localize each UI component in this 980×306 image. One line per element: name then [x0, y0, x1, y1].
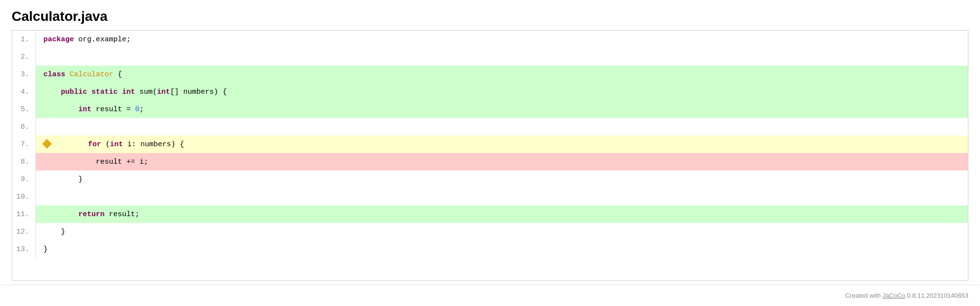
line-number: 10.	[12, 188, 35, 205]
table-row: 12. }	[12, 223, 968, 240]
table-row: 6.	[12, 118, 968, 136]
line-code: package org.example;	[35, 31, 968, 48]
line-number: 2.	[12, 48, 35, 66]
line-number: 13.	[12, 240, 35, 258]
line-number: 9.	[12, 170, 35, 188]
page-title: Calculator.java	[0, 0, 980, 30]
table-row: 10.	[12, 188, 968, 205]
line-code	[35, 48, 968, 66]
line-number: 5.	[12, 101, 35, 118]
code-container: 1.package org.example;2.3.class Calculat…	[12, 30, 968, 281]
line-code: return result;	[35, 205, 968, 223]
table-row: 13.}	[12, 240, 968, 258]
table-row: 8. result += i;	[12, 153, 968, 170]
line-code: class Calculator {	[35, 66, 968, 83]
jacoco-link[interactable]: JaCoCo	[882, 292, 905, 299]
line-number: 7.	[12, 136, 35, 153]
table-row: 1.package org.example;	[12, 31, 968, 48]
line-number: 6.	[12, 118, 35, 136]
table-row: 9. }	[12, 170, 968, 188]
line-code	[35, 118, 968, 136]
line-number: 12.	[12, 223, 35, 240]
line-code: public static int sum(int[] numbers) {	[35, 83, 968, 101]
line-code: for (int i: numbers) {	[35, 136, 968, 153]
line-code: }	[35, 223, 968, 240]
diamond-icon	[42, 139, 52, 149]
table-row: 2.	[12, 48, 968, 66]
line-number: 3.	[12, 66, 35, 83]
line-number: 11.	[12, 205, 35, 223]
code-table: 1.package org.example;2.3.class Calculat…	[12, 31, 968, 258]
line-code: int result = 0;	[35, 101, 968, 118]
table-row: 4. public static int sum(int[] numbers) …	[12, 83, 968, 101]
table-row: 11. return result;	[12, 205, 968, 223]
table-row: 5. int result = 0;	[12, 101, 968, 118]
table-row: 7. for (int i: numbers) {	[12, 136, 968, 153]
line-number: 1.	[12, 31, 35, 48]
line-number: 8.	[12, 153, 35, 170]
table-row: 3.class Calculator {	[12, 66, 968, 83]
line-code	[35, 188, 968, 205]
footer: Created with JaCoCo 0.8.11.202310140853	[0, 285, 980, 306]
line-number: 4.	[12, 83, 35, 101]
line-code: }	[35, 240, 968, 258]
line-code: }	[35, 170, 968, 188]
footer-created-with: Created with JaCoCo 0.8.11.202310140853	[845, 292, 968, 299]
line-code: result += i;	[35, 153, 968, 170]
